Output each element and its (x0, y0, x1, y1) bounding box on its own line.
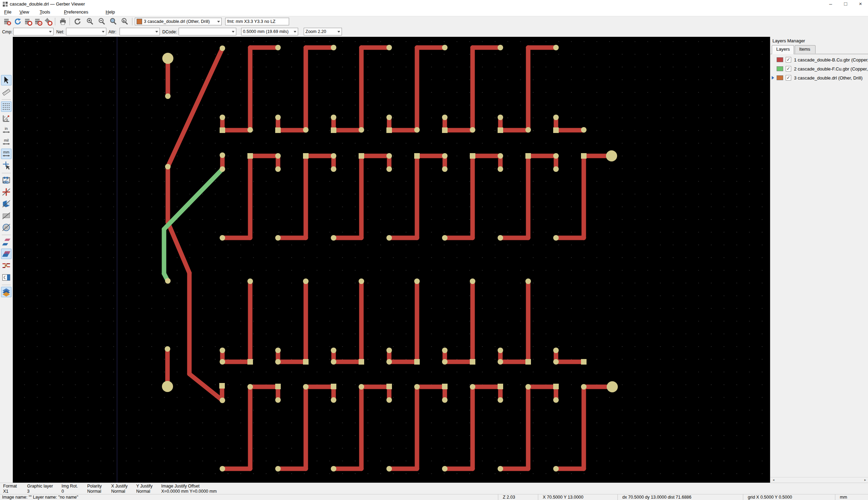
units-inches-button[interactable]: in (1, 125, 11, 135)
layers-manager-toggle-button[interactable] (1, 272, 11, 283)
status-label: Polarity (87, 484, 102, 489)
scroll-left-button[interactable]: ◄ (771, 478, 776, 483)
sketch-lines-button[interactable] (1, 187, 11, 197)
polar-coordinates-icon: rθ (1, 118, 11, 124)
active-layer-dropdown[interactable]: 3 cascade_double.drl (Other, Drill) (135, 18, 222, 25)
attr-dropdown[interactable] (120, 28, 160, 35)
sketch-flashed-items-icon (1, 180, 11, 186)
pcb-drawing (13, 37, 770, 483)
menu-item-preferences[interactable]: Preferences (63, 9, 90, 15)
units-mils-button[interactable]: mil (1, 137, 11, 147)
ghost-negative-objects-button[interactable] (1, 210, 11, 221)
status-label: Format (3, 484, 17, 489)
layer-visibility-checkbox[interactable]: ✓ (786, 75, 791, 81)
layer-sort-mode-icon (1, 292, 11, 298)
layer-visibility-checkbox[interactable]: ✓ (786, 66, 791, 72)
app-icon (2, 1, 8, 7)
sketch-flashed-items-button[interactable] (1, 175, 11, 185)
title-bar: cascade_double.drl — Gerber Viewer –□× (0, 0, 868, 8)
active-layer-color-swatch (137, 19, 142, 24)
open-drill-files-button[interactable] (34, 17, 43, 26)
dcode-label: DCode: (162, 30, 177, 34)
status-value: Normal (136, 489, 150, 494)
clear-all-layers-button[interactable] (3, 17, 12, 26)
close-button[interactable]: × (853, 0, 868, 8)
grid-visibility-icon (1, 107, 11, 112)
grid-visibility-button[interactable] (1, 101, 11, 112)
measure-tool-button[interactable] (1, 87, 11, 97)
tab-layers[interactable]: Layers (772, 45, 794, 54)
layer-label: 3 cascade_double.drl (Other, Drill) (794, 75, 862, 81)
toolbar-separator (2, 173, 11, 173)
layer-row[interactable]: ✓3 cascade_double.drl (Other, Drill) (770, 74, 868, 83)
image-name-status: Image name: "" Layer name: "no name" (2, 495, 78, 500)
maximize-button[interactable]: □ (838, 0, 853, 8)
sketch-polygons-button[interactable] (1, 199, 11, 209)
status-label: Img Rot. (62, 484, 78, 489)
zoom-level-dropdown[interactable]: Zoom 2.20 (304, 28, 342, 35)
print-button[interactable] (58, 17, 67, 26)
menu-item-file[interactable]: File (3, 9, 13, 15)
bottom-statusbar: Image name: "" Layer name: "no name" Z 2… (0, 494, 868, 500)
chevron-down-icon (155, 31, 158, 33)
sketch-lines-icon (1, 192, 11, 198)
main-toolbar: 3 cascade_double.drl (Other, Drill)fmt: … (0, 16, 868, 27)
tab-items[interactable]: Items (795, 45, 816, 53)
layer-row[interactable]: ✓1 cascade_double-B.Cu.gbr (Copper, L2) (770, 56, 868, 65)
layer-color-swatch[interactable] (777, 75, 783, 80)
minimize-button[interactable]: – (823, 0, 838, 8)
zoom-fit-button[interactable] (109, 17, 118, 26)
polar-coordinates-button[interactable]: rθ (1, 113, 11, 124)
layer-row[interactable]: ✓2 cascade_double-F.Cu.gbr (Copper, L1) (770, 65, 868, 74)
zoom-in-button[interactable] (85, 17, 95, 26)
status-value: 3 (27, 489, 30, 494)
menu-item-help[interactable]: Help (104, 9, 116, 15)
layer-sort-mode-button[interactable] (1, 287, 11, 297)
chevron-down-icon (294, 31, 296, 33)
open-gerber-files-button[interactable] (24, 17, 33, 26)
menu-item-view[interactable]: View (18, 9, 31, 15)
svg-text:mm: mm (3, 150, 9, 154)
chevron-down-icon (49, 31, 52, 33)
scroll-right-button[interactable]: ► (862, 478, 868, 483)
cursor-shape-button[interactable] (1, 160, 11, 171)
net-dropdown[interactable] (66, 28, 106, 35)
transparency-display-mode-button[interactable] (1, 260, 11, 271)
menu-item-tools[interactable]: Tools (38, 9, 51, 15)
stacked-display-mode-button[interactable] (1, 249, 11, 259)
units-mm-button[interactable]: mm (1, 149, 11, 159)
svg-text:in: in (5, 126, 8, 131)
status-label: Image Justify Offset (161, 484, 199, 489)
status-value: 0 (62, 489, 64, 494)
image-info-statusbar: FormatX1Graphic layer3Img Rot.0PolarityN… (0, 483, 868, 494)
redraw-view-button[interactable] (73, 17, 82, 26)
measure-tool-icon (1, 92, 11, 98)
show-dcodes-button[interactable]: 01 (1, 222, 11, 233)
select-tool-button[interactable] (1, 75, 11, 85)
zoom-to-selection-button[interactable] (120, 17, 129, 26)
reload-layers-button[interactable] (13, 17, 22, 26)
layer-color-swatch[interactable] (777, 66, 783, 71)
statusbar-separator (743, 494, 743, 500)
net-label: Net: (56, 30, 64, 34)
window-title: cascade_double.drl — Gerber Viewer (10, 1, 85, 7)
layers-panel-scrollbar[interactable]: ◄► (770, 477, 868, 483)
grid-size-dropdown[interactable]: 0.5000 mm (19.69 mils) (241, 28, 298, 35)
layers-manager-panel: Layers Manager LayersItems ✓1 cascade_do… (770, 37, 868, 483)
raw-display-mode-button[interactable] (1, 237, 11, 247)
layer-color-swatch[interactable] (777, 57, 783, 62)
open-autodetected-files-button[interactable] (44, 17, 53, 26)
layers-manager-title: Layers Manager (772, 38, 805, 43)
status-value: Normal (111, 489, 125, 494)
cmp-dropdown[interactable] (13, 28, 54, 35)
layer-visibility-checkbox[interactable]: ✓ (786, 57, 791, 62)
dcode-dropdown[interactable] (179, 28, 236, 35)
toolbar-separator (2, 235, 11, 235)
layer-label: 1 cascade_double-B.Cu.gbr (Copper, L2) (794, 57, 868, 62)
status-value: Normal (87, 489, 101, 494)
zoom-out-button[interactable] (97, 17, 106, 26)
status-value: X1 (3, 489, 8, 494)
gerber-canvas[interactable] (13, 37, 770, 483)
toolbar-separator (69, 18, 70, 25)
units-inches-icon: in (1, 130, 11, 136)
